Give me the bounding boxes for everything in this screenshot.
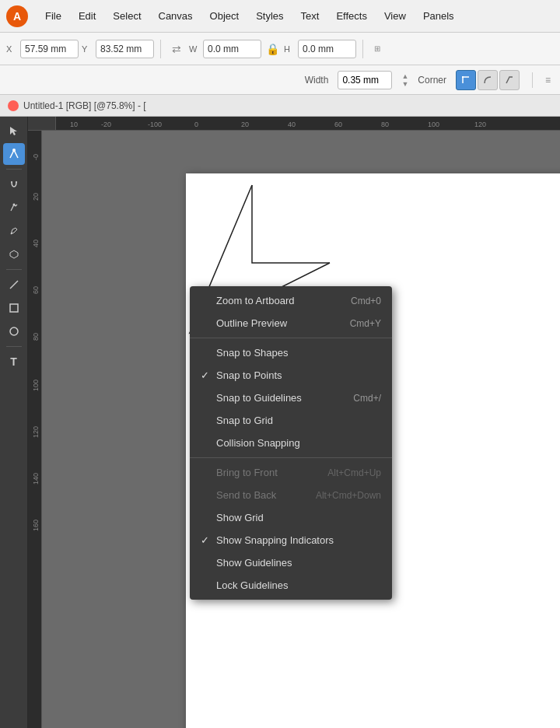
menu-bar: A File Edit Select Canvas Object Styles … <box>0 0 560 33</box>
ctx-show-grid-label: Show Grid <box>216 512 264 523</box>
menu-canvas[interactable]: Canvas <box>151 7 201 25</box>
ruler-row: 10 -20 -100 0 20 40 60 80 100 120 <box>28 117 560 131</box>
corner-buttons <box>456 70 520 90</box>
properties-bar: Width ▲ ▼ Corner ≡ <box>0 65 560 95</box>
ruler-mark: 120 <box>474 121 486 128</box>
ruler-mark-v: 100 <box>32 380 40 391</box>
tool-separator-2 <box>6 269 22 270</box>
expand-icon[interactable]: ⊞ <box>374 44 380 53</box>
ctx-snap-guidelines-label: Snap to Guidelines <box>216 392 302 404</box>
ctx-show-grid[interactable]: Show Grid <box>190 506 392 529</box>
canvas-viewport[interactable]: Zoom to Artboard Cmd+0 Outline Preview C… <box>42 131 560 728</box>
w-label: W <box>189 44 200 54</box>
tool-pencil[interactable] <box>3 220 25 242</box>
ctx-outline-shortcut: Cmd+Y <box>350 318 381 329</box>
tool-text[interactable]: T <box>3 351 25 373</box>
svg-rect-8 <box>10 304 18 312</box>
tool-magnet[interactable] <box>3 173 25 195</box>
svg-point-1 <box>12 149 16 152</box>
ctx-bring-front: Bring to Front Alt+Cmd+Up <box>190 461 392 484</box>
tool-select[interactable] <box>3 120 25 142</box>
ruler-mark: 100 <box>428 121 439 128</box>
ctx-zoom-shortcut: Cmd+0 <box>351 296 381 306</box>
ruler-mark-v: 120 <box>32 426 40 438</box>
more-options[interactable]: ≡ <box>545 75 551 86</box>
ctx-bring-front-shortcut: Alt+Cmd+Up <box>327 467 381 478</box>
menu-edit[interactable]: Edit <box>71 7 103 25</box>
tool-node[interactable] <box>3 143 25 165</box>
ruler-corner <box>28 117 56 131</box>
context-menu: Zoom to Artboard Cmd+0 Outline Preview C… <box>190 286 392 600</box>
tool-ellipse[interactable] <box>3 320 25 342</box>
main-area: T 10 -20 -100 0 20 40 60 80 100 120 <box>0 117 560 728</box>
svg-line-7 <box>10 281 18 289</box>
ctx-snap-points[interactable]: ✓ Snap to Points <box>190 364 392 387</box>
ruler-mark-v: 20 <box>32 193 40 201</box>
menu-object[interactable]: Object <box>202 7 247 25</box>
svg-rect-0 <box>462 76 464 78</box>
ctx-snap-shapes[interactable]: Snap to Shapes <box>190 341 392 364</box>
width-stepper-up[interactable]: ▲ <box>401 72 408 80</box>
ctx-snap-grid[interactable]: Snap to Grid <box>190 409 392 432</box>
menu-styles[interactable]: Styles <box>248 7 291 25</box>
tool-line[interactable] <box>3 274 25 296</box>
corner-btn-1[interactable] <box>456 70 476 90</box>
tool-rect[interactable] <box>3 297 25 319</box>
corner-btn-3[interactable] <box>499 70 520 90</box>
w-input[interactable] <box>203 40 261 58</box>
ruler-marks-top: 10 -20 -100 0 20 40 60 80 100 120 <box>56 117 560 130</box>
tool-separator-3 <box>6 346 22 347</box>
ctx-zoom-to-artboard[interactable]: Zoom to Artboard Cmd+0 <box>190 289 392 312</box>
lock-icon: 🔒 <box>266 43 279 55</box>
menu-text[interactable]: Text <box>293 7 327 25</box>
ctx-snap-guidelines-shortcut: Cmd+/ <box>353 393 381 404</box>
width-prop-input[interactable] <box>338 71 392 89</box>
ruler-mark: 10 <box>70 121 78 128</box>
close-button[interactable]: × <box>8 100 19 111</box>
ruler-mark: 20 <box>241 121 249 128</box>
corner-prop-label: Corner <box>418 75 446 86</box>
corner-btn-2[interactable] <box>478 70 498 90</box>
ruler-mark: 80 <box>381 121 389 128</box>
h-input[interactable] <box>298 40 356 58</box>
tool-separator-1 <box>6 169 22 170</box>
ctx-show-guidelines-label: Show Guidelines <box>216 557 292 569</box>
ruler-mark: -20 <box>101 121 111 128</box>
svg-point-4 <box>12 204 15 206</box>
svg-marker-6 <box>10 250 18 258</box>
ruler-mark: 0 <box>194 121 198 128</box>
ctx-send-back-shortcut: Alt+Cmd+Down <box>316 490 381 501</box>
ctx-collision-snapping[interactable]: Collision Snapping <box>190 432 392 454</box>
menu-panels[interactable]: Panels <box>415 7 462 25</box>
menu-view[interactable]: View <box>376 7 414 25</box>
menu-select[interactable]: Select <box>105 7 149 25</box>
ctx-show-snapping-label: Show Snapping Indicators <box>216 534 334 546</box>
menu-effects[interactable]: Effects <box>328 7 375 25</box>
ctx-outline-label: Outline Preview <box>216 317 287 329</box>
swap-arrows[interactable]: ⇄ <box>172 43 181 55</box>
y-input[interactable] <box>96 40 154 58</box>
ctx-show-guidelines[interactable]: Show Guidelines <box>190 551 392 574</box>
ruler-mark-v: 80 <box>32 333 40 341</box>
tool-paint[interactable] <box>3 243 25 265</box>
size-section: W 🔒 H <box>189 40 363 58</box>
context-menu-section-3: Bring to Front Alt+Cmd+Up Send to Back A… <box>190 458 392 600</box>
ctx-outline-preview[interactable]: Outline Preview Cmd+Y <box>190 312 392 334</box>
left-toolbar: T <box>0 117 28 728</box>
x-input[interactable] <box>20 40 79 58</box>
document-title: Untitled-1 [RGB] [@75.8%] - [ <box>23 100 146 111</box>
x-label: X <box>6 44 17 54</box>
document-title-bar: × Untitled-1 [RGB] [@75.8%] - [ <box>0 95 560 117</box>
canvas-with-rulers: 10 -20 -100 0 20 40 60 80 100 120 -0 20 … <box>28 117 560 728</box>
ruler-mark-v: 60 <box>32 286 40 294</box>
menu-file[interactable]: File <box>37 7 69 25</box>
ctx-snap-guidelines[interactable]: Snap to Guidelines Cmd+/ <box>190 387 392 409</box>
ruler-mark-v: 140 <box>32 473 40 485</box>
ctx-collision-label: Collision Snapping <box>216 437 300 449</box>
ctx-lock-guidelines[interactable]: Lock Guidelines <box>190 574 392 597</box>
width-stepper-down[interactable]: ▼ <box>401 80 408 88</box>
tool-pen[interactable] <box>3 197 25 219</box>
ctx-snap-shapes-label: Snap to Shapes <box>216 347 289 359</box>
ctx-show-snapping[interactable]: ✓ Show Snapping Indicators <box>190 529 392 551</box>
width-prop-label: Width <box>305 75 329 86</box>
